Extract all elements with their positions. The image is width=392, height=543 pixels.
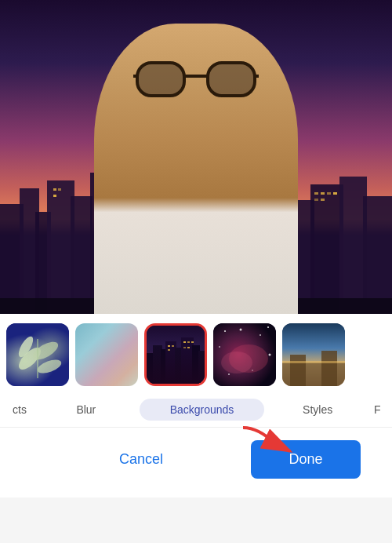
- svg-rect-72: [187, 341, 190, 343]
- svg-rect-46: [321, 199, 325, 201]
- svg-rect-67: [198, 351, 207, 386]
- svg-rect-48: [137, 63, 184, 96]
- svg-rect-91: [321, 351, 337, 386]
- svg-point-78: [224, 330, 226, 332]
- person-preview: [94, 24, 298, 314]
- thumbnail-row: [0, 314, 392, 392]
- svg-rect-69: [172, 345, 174, 347]
- city-thumbnail-icon: [147, 326, 207, 386]
- svg-rect-44: [333, 192, 337, 195]
- svg-point-55: [30, 338, 60, 363]
- svg-rect-42: [321, 192, 325, 195]
- svg-rect-70: [168, 349, 170, 351]
- svg-rect-19: [53, 195, 56, 197]
- svg-rect-71: [183, 341, 186, 343]
- thumbnail-space[interactable]: [213, 323, 276, 386]
- tab-styles[interactable]: Styles: [264, 399, 371, 421]
- svg-rect-62: [161, 349, 167, 386]
- svg-rect-16: [363, 196, 392, 314]
- thumbnail-rooftop[interactable]: [282, 323, 345, 386]
- svg-rect-60: [147, 353, 154, 386]
- svg-rect-90: [290, 355, 306, 386]
- rooftop-thumbnail-icon: [282, 323, 345, 386]
- tab-more-partial[interactable]: F: [371, 399, 383, 421]
- tab-bar: cts Blur Backgrounds Styles F: [0, 392, 392, 428]
- svg-rect-41: [314, 192, 318, 195]
- svg-rect-64: [175, 348, 183, 386]
- leaves-icon: [6, 323, 69, 386]
- thumbnail-blur[interactable]: [75, 323, 138, 386]
- svg-point-57: [36, 357, 64, 376]
- svg-point-87: [221, 352, 252, 374]
- svg-rect-59: [147, 326, 207, 386]
- svg-rect-3: [47, 180, 74, 314]
- thumbnail-leaves[interactable]: [6, 323, 69, 386]
- glasses-icon: [133, 59, 259, 102]
- svg-rect-61: [153, 345, 162, 386]
- svg-point-80: [260, 334, 261, 336]
- svg-point-81: [267, 326, 269, 328]
- svg-point-56: [16, 334, 35, 359]
- svg-rect-74: [183, 347, 186, 348]
- svg-point-79: [240, 329, 242, 331]
- done-button[interactable]: Done: [251, 440, 361, 479]
- svg-rect-66: [192, 345, 200, 386]
- svg-rect-63: [165, 341, 176, 386]
- svg-rect-15: [339, 177, 367, 314]
- svg-rect-4: [71, 196, 93, 314]
- svg-rect-43: [327, 192, 331, 195]
- svg-rect-18: [58, 188, 61, 191]
- svg-rect-14: [310, 184, 343, 314]
- svg-rect-75: [187, 347, 190, 348]
- svg-rect-45: [314, 199, 318, 201]
- space-thumbnail-icon: [213, 323, 276, 386]
- tab-backgrounds[interactable]: Backgrounds: [140, 399, 265, 421]
- svg-rect-68: [168, 345, 170, 347]
- svg-point-54: [16, 344, 45, 374]
- thumbnail-city[interactable]: [144, 323, 207, 386]
- svg-rect-17: [53, 188, 56, 191]
- svg-rect-53: [6, 323, 69, 386]
- tab-blur[interactable]: Blur: [33, 399, 140, 421]
- cancel-button[interactable]: Cancel: [31, 442, 251, 477]
- svg-rect-73: [191, 341, 194, 343]
- video-preview: [0, 0, 392, 314]
- svg-point-83: [269, 354, 271, 356]
- tab-effects-partial[interactable]: cts: [9, 399, 33, 421]
- svg-point-82: [219, 346, 220, 348]
- svg-rect-49: [208, 63, 255, 96]
- svg-rect-92: [282, 361, 345, 363]
- svg-rect-65: [181, 337, 194, 386]
- action-bar: Cancel Done: [0, 428, 392, 497]
- svg-rect-76: [147, 382, 207, 386]
- svg-point-85: [228, 374, 230, 375]
